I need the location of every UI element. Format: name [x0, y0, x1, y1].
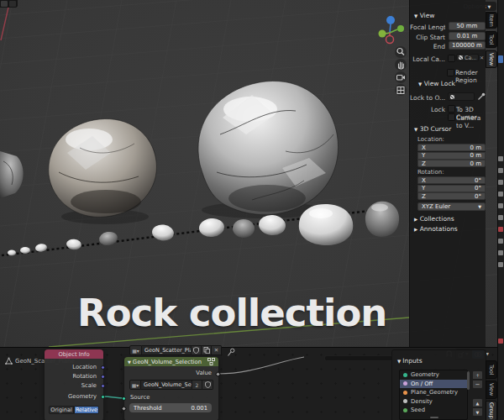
eyedropper-icon[interactable]	[477, 92, 486, 101]
list-item[interactable]: Density	[400, 397, 467, 407]
view-lock-panel-header[interactable]: ▼ View Lock	[418, 80, 455, 87]
render-region-checkbox[interactable]	[447, 69, 454, 76]
properties-tab-icon[interactable]	[498, 250, 503, 255]
perspective-toggle-icon[interactable]	[395, 84, 407, 96]
rotation-output-socket[interactable]	[101, 375, 105, 379]
annotations-panel-header[interactable]: ▶ Annotations	[414, 225, 458, 233]
list-item[interactable]: Plane_Geometry	[400, 388, 467, 397]
camera-view-icon[interactable]	[395, 71, 407, 83]
properties-tab-icon-red[interactable]	[498, 227, 503, 232]
clip-end-field[interactable]: 100000 m	[449, 41, 486, 50]
properties-tab-icon[interactable]	[498, 168, 503, 173]
scale-output-socket[interactable]	[101, 384, 105, 388]
3d-viewport[interactable]: Rock collection Options ▼	[0, 0, 504, 347]
cursor-loc-z-field[interactable]: Z0 m	[417, 160, 486, 167]
list-scrollbar[interactable]	[467, 371, 470, 390]
cursor-rotation-label: Rotation:	[417, 169, 444, 176]
list-item-selected[interactable]: On / Off	[400, 380, 467, 389]
editor-tree-icon-button[interactable]: ▦▾	[129, 345, 142, 355]
cursor-loc-x-field[interactable]: X0 m	[417, 144, 486, 151]
threshold-field[interactable]: Threshold 0.001	[129, 403, 212, 412]
output-rotation-label: Rotation	[73, 373, 97, 380]
list-item[interactable]: Seed	[400, 406, 467, 415]
properties-field-fragment	[498, 55, 503, 63]
fake-user-shield-icon[interactable]	[202, 380, 213, 390]
group-node-header[interactable]: ▼ GeoN_Volume_Selection	[124, 357, 218, 366]
properties-tab-icon[interactable]	[498, 215, 503, 220]
node-tree-icon[interactable]: ▦▾	[129, 380, 141, 390]
geometry-nodes-editor[interactable]: GeoN_Scatter_Plane Object Info Location …	[0, 347, 504, 420]
object-datablock-icon	[450, 95, 454, 99]
volume-selection-group-node[interactable]: ▼ GeoN_Volume_Selection Value ▦▾ GeoN_Vo…	[124, 357, 218, 420]
orientation-gizmo[interactable]	[378, 13, 408, 46]
new-copy-icon[interactable]	[202, 345, 212, 355]
cursor-rot-y-field[interactable]: Y0°	[417, 185, 486, 192]
properties-tab-icon-red[interactable]	[498, 339, 503, 344]
cursor-loc-y-field[interactable]: Y0 m	[417, 152, 486, 160]
properties-tab-icon[interactable]	[498, 203, 503, 208]
rotation-mode-dropdown[interactable]: XYZ Euler ▼	[417, 202, 486, 211]
properties-tab-icon[interactable]	[498, 180, 503, 185]
geometry-output-socket[interactable]	[101, 395, 105, 399]
neditor-tab-tool[interactable]: Tool	[486, 360, 497, 379]
pan-hand-icon[interactable]	[395, 59, 407, 71]
expand-arrow-icon: ▼	[418, 81, 422, 87]
sidebar-tab-item[interactable]: Item	[486, 12, 497, 29]
add-input-button[interactable]: ＋	[472, 370, 483, 380]
node-tree-name[interactable]: GeoN_Scatter_Plane	[142, 345, 192, 355]
properties-tab-icon[interactable]	[498, 262, 503, 267]
sidebar-tab-view[interactable]: View	[486, 50, 497, 68]
local-camera-field[interactable]: Ca...	[456, 54, 479, 61]
corner-widget-fragment	[0, 0, 18, 8]
users-count-button[interactable]: 2	[192, 380, 202, 390]
rock-large-center[interactable]	[198, 81, 339, 218]
group-datablock-selector[interactable]: ▦▾ GeoN_Volume_Sel... 2	[129, 380, 213, 390]
inputs-panel-header[interactable]: ▼ Inputs	[397, 357, 423, 365]
move-down-button[interactable]: ▼	[472, 407, 483, 417]
local-camera-checkbox[interactable]	[448, 55, 455, 62]
cursor-rot-x-field[interactable]: X0°	[417, 176, 486, 184]
move-up-button[interactable]: ▲	[472, 398, 483, 407]
focal-length-field[interactable]: 50 mm	[449, 22, 486, 30]
node-editor-scrollbar[interactable]	[324, 355, 393, 361]
to-3d-cursor-checkbox[interactable]	[448, 105, 455, 113]
inputs-list[interactable]: Geometry On / Off Plane_Geometry Density…	[399, 370, 468, 420]
neditor-tab-view[interactable]: View	[486, 381, 497, 399]
unlink-camera-icon[interactable]: ✕	[480, 55, 484, 60]
clip-start-field[interactable]: 0.01 m	[449, 32, 486, 40]
remove-input-button[interactable]: −	[472, 380, 483, 389]
neditor-tab-group[interactable]: Group	[486, 401, 497, 420]
cursor-rot-z-field[interactable]: Z0°	[417, 192, 486, 200]
properties-tab-icon[interactable]	[498, 192, 503, 197]
properties-tab-icon[interactable]	[498, 239, 503, 244]
properties-tab-icon[interactable]	[498, 156, 503, 161]
collapsed-arrow-icon: ▶	[414, 217, 417, 222]
camera-to-view-checkbox[interactable]	[448, 113, 455, 121]
mesh-data-icon	[5, 357, 13, 365]
properties-editor-sliver	[497, 0, 504, 420]
clip-end-label: End	[410, 43, 445, 50]
socket-color-dot	[403, 373, 407, 377]
fake-user-shield-icon[interactable]	[192, 345, 202, 355]
cursor-panel-header[interactable]: ▼ 3D Cursor	[414, 125, 451, 133]
object-info-node-header[interactable]: Object Info	[45, 349, 103, 359]
relative-mode-button[interactable]: Relative	[74, 406, 99, 414]
rock-medium-left[interactable]	[49, 118, 157, 224]
lock-to-object-label: Lock to O...	[410, 94, 445, 102]
original-mode-button[interactable]: Original	[49, 406, 74, 414]
list-resize-grip[interactable]	[430, 417, 438, 418]
sidebar-tab-tool[interactable]: Tool	[486, 31, 497, 48]
view-panel-header[interactable]: ▼ View	[414, 12, 434, 19]
source-input-socket[interactable]	[122, 396, 126, 401]
object-info-node[interactable]: Object Info Location Rotation Scale Geom…	[45, 349, 103, 420]
pin-icon[interactable]	[227, 348, 235, 357]
collections-panel-header[interactable]: ▶ Collections	[414, 215, 454, 223]
list-item[interactable]: Geometry	[400, 370, 467, 380]
focal-length-label: Focal Length	[410, 24, 445, 31]
zoom-tool-icon[interactable]	[395, 46, 407, 58]
rock-edge-left[interactable]	[0, 151, 24, 198]
unlink-datablock-icon[interactable]: ✕	[212, 345, 222, 355]
lock-to-object-field[interactable]	[448, 92, 475, 101]
socket-color-dot	[403, 391, 407, 395]
location-output-socket[interactable]	[101, 365, 105, 370]
